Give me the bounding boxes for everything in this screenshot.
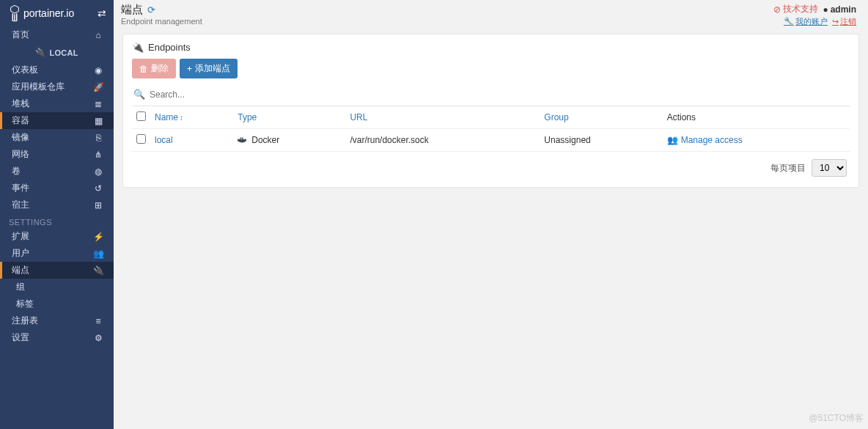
cogs-icon: ⚙ <box>93 333 103 343</box>
trash-icon: 🗑 <box>139 64 148 74</box>
swap-icon[interactable]: ⇄ <box>98 7 106 19</box>
endpoint-group: Unassigned <box>540 129 662 152</box>
manage-access-link[interactable]: 👥Manage access <box>667 135 845 145</box>
svg-rect-6 <box>240 138 242 139</box>
sidebar-item-5[interactable]: 网络⋔ <box>0 146 114 163</box>
nav-icon: ◉ <box>93 65 103 76</box>
plus-icon: + <box>187 64 192 74</box>
add-endpoint-button[interactable]: +添加端点 <box>180 59 238 78</box>
brand-text: portainer.io <box>23 7 74 19</box>
col-type[interactable]: Type <box>233 106 345 129</box>
sort-icon: ↕ <box>180 114 183 122</box>
logout-link[interactable]: ↪注销 <box>832 16 856 27</box>
table-row: local Docker /var/run/docker.sock Unassi… <box>132 129 850 152</box>
svg-rect-1 <box>14 14 15 21</box>
svg-rect-7 <box>242 138 243 139</box>
nav-icon: ⎘ <box>93 133 103 143</box>
search-input[interactable] <box>150 89 848 100</box>
sidebar-item-8[interactable]: 宿主⊞ <box>0 197 114 213</box>
svg-rect-2 <box>16 14 17 21</box>
lifebuoy-icon: ⊘ <box>773 4 781 15</box>
support-link[interactable]: ⊘技术支持 <box>773 3 818 15</box>
sidebar-item-7[interactable]: 事件↺ <box>0 180 114 197</box>
col-group[interactable]: Group <box>540 106 662 129</box>
sidebar-registries[interactable]: 注册表≡ <box>0 312 114 329</box>
nav-icon: ≣ <box>93 99 103 109</box>
nav-icon: ↺ <box>93 183 103 194</box>
pager-label: 每页项目 <box>770 162 806 175</box>
sidebar-item-3[interactable]: 容器▦ <box>0 112 114 129</box>
page-title: 端点 <box>121 3 143 17</box>
col-actions: Actions <box>663 106 850 129</box>
my-account-link[interactable]: 🔧我的账户 <box>784 16 828 27</box>
brand-logo[interactable]: portainer.io <box>9 4 74 23</box>
sidebar-tags[interactable]: 标签 <box>0 296 114 312</box>
sidebar-settings[interactable]: 设置⚙ <box>0 329 114 346</box>
nav-icon: ◍ <box>93 166 103 177</box>
sidebar-item-0[interactable]: 仪表板◉ <box>0 62 114 78</box>
watermark: @51CTO博客 <box>809 412 864 425</box>
docker-icon <box>238 136 248 144</box>
sidebar-item-2[interactable]: 堆栈≣ <box>0 95 114 112</box>
plug-icon: 🔌 <box>35 48 45 57</box>
refresh-icon[interactable]: ⟳ <box>147 4 155 15</box>
sidebar-item-1[interactable]: 应用模板仓库🚀 <box>0 78 114 95</box>
sidebar-settings-head: SETTINGS <box>0 213 114 228</box>
delete-button[interactable]: 🗑删除 <box>132 59 176 78</box>
panel-title: 🔌Endpoints <box>123 34 858 59</box>
nav-icon: ▦ <box>93 116 103 126</box>
page-subtitle: Endpoint management <box>121 17 202 26</box>
select-all-checkbox[interactable] <box>136 111 146 121</box>
sidebar-item-4[interactable]: 镜像⎘ <box>0 129 114 146</box>
database-icon: ≡ <box>93 316 103 326</box>
wrench-icon: 🔧 <box>784 17 794 26</box>
search-icon: 🔍 <box>133 89 145 100</box>
home-icon: ⌂ <box>93 30 103 40</box>
col-name[interactable]: Name↕ <box>150 106 233 129</box>
sidebar-item-6[interactable]: 卷◍ <box>0 163 114 180</box>
col-url[interactable]: URL <box>345 106 540 129</box>
plug-icon: 🔌 <box>93 265 103 276</box>
bolt-icon: ⚡ <box>93 232 103 242</box>
endpoint-name-link[interactable]: local <box>155 135 173 145</box>
sidebar-endpoints[interactable]: 端点🔌 <box>0 262 114 279</box>
endpoint-url: /var/run/docker.sock <box>345 129 540 152</box>
pager-select[interactable]: 10 <box>812 159 847 177</box>
sidebar-extensions[interactable]: 扩展⚡ <box>0 228 114 245</box>
user-label[interactable]: ●admin <box>823 4 856 15</box>
users-icon: 👥 <box>93 249 103 259</box>
nav-icon: 🚀 <box>93 82 103 92</box>
sidebar-home[interactable]: 首页⌂ <box>0 26 114 43</box>
nav-icon: ⋔ <box>93 150 103 160</box>
nav-icon: ⊞ <box>93 200 103 210</box>
signout-icon: ↪ <box>832 17 839 26</box>
plug-icon: 🔌 <box>132 42 144 53</box>
sidebar-local-head: 🔌LOCAL <box>0 43 114 62</box>
sidebar-groups[interactable]: 组 <box>0 279 114 296</box>
svg-rect-0 <box>12 14 13 21</box>
user-icon: ● <box>823 4 828 15</box>
row-checkbox[interactable] <box>136 134 146 144</box>
users-icon: 👥 <box>667 135 678 145</box>
sidebar-users[interactable]: 用户👥 <box>0 245 114 262</box>
